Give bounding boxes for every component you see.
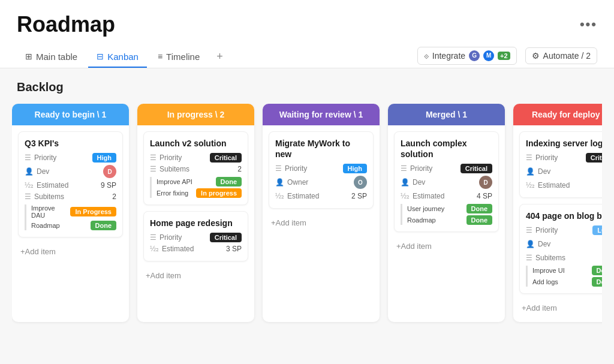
row-label-text: Dev bbox=[37, 167, 49, 176]
row-label-text: Priority bbox=[410, 164, 432, 173]
row-value: Critical bbox=[460, 164, 492, 173]
subitem-name: Improve API bbox=[156, 178, 216, 185]
add-tab-button[interactable]: + bbox=[210, 46, 229, 68]
subitem-row: RoadmapDone bbox=[31, 221, 116, 230]
board-area: Backlog Ready to begin \ 1Q3 KPI's☰Prior… bbox=[0, 68, 614, 364]
card-row: 👤OwnerO bbox=[275, 176, 367, 189]
row-value: Critical bbox=[586, 154, 602, 162]
card-row-label: ☰Priority bbox=[526, 226, 558, 234]
row-icon: ½₂ bbox=[25, 181, 34, 189]
row-label-text: Priority bbox=[159, 233, 182, 242]
row-label-text: Subitems bbox=[535, 254, 565, 262]
card-row: ½₂Estimated9 SP bbox=[25, 181, 116, 189]
card-row: ½₂Estimated4 SP bbox=[401, 192, 492, 200]
card-row: ☰Subitems2 bbox=[25, 192, 116, 201]
card-row-label: ½₂Estimated bbox=[150, 245, 194, 253]
row-icon: ☰ bbox=[25, 154, 31, 162]
card-row: ☰Subitems2 bbox=[526, 254, 602, 262]
integrate-button[interactable]: ⟐ Integrate G M +2 bbox=[417, 47, 517, 65]
row-icon: ☰ bbox=[25, 192, 31, 201]
automate-button[interactable]: ⚙ Automate / 2 bbox=[525, 47, 597, 64]
add-item-waiting-for-review[interactable]: +Add item bbox=[269, 215, 374, 231]
card-row-label: ☰Priority bbox=[275, 164, 307, 173]
row-value: LOW bbox=[592, 226, 602, 234]
tab-timeline[interactable]: ≡ Timeline bbox=[149, 47, 208, 68]
row-icon: 👤 bbox=[526, 167, 535, 176]
card-title: Q3 KPI's bbox=[25, 138, 116, 149]
row-label-text: Subitems bbox=[34, 192, 64, 201]
row-icon: 👤 bbox=[401, 178, 410, 186]
row-icon: ☰ bbox=[150, 233, 156, 242]
card-row-label: ☰Priority bbox=[150, 154, 182, 162]
add-item-in-progress[interactable]: +Add item bbox=[143, 267, 248, 284]
tab-main-table[interactable]: ⊞ Main table bbox=[17, 47, 86, 68]
row-label-text: Dev bbox=[538, 167, 550, 176]
row-icon: 👤 bbox=[25, 167, 34, 176]
integrate-icon: ⟐ bbox=[424, 51, 429, 61]
row-icon: ☰ bbox=[275, 164, 282, 173]
col-body-ready-for-deploy: Indexing server logs☰PriorityCritical👤De… bbox=[513, 125, 602, 322]
subitem-row: RoadmapDone bbox=[407, 215, 492, 225]
subitem-row: User journeyDone bbox=[407, 204, 492, 213]
avatar-g: G bbox=[469, 50, 480, 61]
subitem-row: Error fixingIn progress bbox=[156, 188, 242, 198]
card-row: ☰PriorityHigh bbox=[25, 154, 116, 162]
automate-icon: ⚙ bbox=[532, 51, 540, 61]
tabs-row: ⊞ Main table ⊟ Kanban ≡ Timeline + ⟐ Int… bbox=[17, 46, 597, 68]
subitem-name: Improve DAU bbox=[31, 204, 70, 219]
priority-badge: Critical bbox=[210, 233, 242, 242]
row-value: High bbox=[92, 154, 116, 162]
row-value: D bbox=[479, 176, 492, 189]
subitems-section: Improve UIDoneAdd logsDone bbox=[526, 266, 602, 287]
row-label-text: Estimated bbox=[287, 192, 319, 200]
kanban-col-ready-to-begin: Ready to begin \ 1Q3 KPI's☰PriorityHigh👤… bbox=[12, 104, 129, 322]
row-icon: ☰ bbox=[150, 165, 156, 173]
priority-badge: Critical bbox=[210, 153, 242, 163]
row-value: Critical bbox=[210, 154, 242, 162]
priority-badge: LOW bbox=[592, 225, 602, 235]
card-row-label: 👤Owner bbox=[275, 178, 308, 186]
card-title: Home page redesign bbox=[150, 218, 242, 228]
add-item-merged[interactable]: +Add item bbox=[394, 238, 499, 254]
row-value: D bbox=[103, 165, 116, 178]
card-row-label: ☰Priority bbox=[401, 164, 432, 173]
card-row: ☰PriorityCritical bbox=[526, 154, 602, 162]
card-title: 404 page on blog bug bbox=[526, 210, 602, 221]
col-header-in-progress: In progress \ 2 bbox=[137, 104, 254, 125]
card-row: 👤DevD bbox=[401, 176, 492, 189]
row-label-text: Estimated bbox=[37, 181, 68, 189]
row-label-text: Dev bbox=[413, 178, 425, 186]
card-row-label: 👤Dev bbox=[526, 167, 550, 176]
card-title: Migrate MyWork to new bbox=[275, 138, 367, 160]
tab-kanban[interactable]: ⊟ Kanban bbox=[88, 47, 147, 68]
subitems-section: Improve DAUIn ProgressRoadmapDone bbox=[25, 204, 116, 230]
col-body-waiting-for-review: Migrate MyWork to new☰PriorityHigh👤Owner… bbox=[263, 125, 380, 322]
page-title: Roadmap bbox=[17, 12, 115, 37]
tab-timeline-label: Timeline bbox=[166, 52, 200, 62]
card-ready-to-begin-0: Q3 KPI's☰PriorityHigh👤DevD½₂Estimated9 S… bbox=[18, 131, 123, 237]
card-row: ☰PriorityHigh bbox=[275, 164, 367, 173]
col-body-in-progress: Launch v2 solution☰PriorityCritical☰Subi… bbox=[137, 125, 254, 322]
row-value: 3 SP bbox=[226, 245, 242, 253]
row-value: 9 SP bbox=[101, 181, 116, 189]
avatar-m: M bbox=[483, 50, 494, 61]
card-row-label: ☰Priority bbox=[25, 154, 56, 162]
subitems-section: Improve APIDoneError fixingIn progress bbox=[150, 177, 242, 198]
subitem-name: User journey bbox=[407, 205, 466, 212]
kanban-col-waiting-for-review: Waiting for review \ 1Migrate MyWork to … bbox=[263, 104, 380, 322]
subitems-section: User journeyDoneRoadmapDone bbox=[401, 204, 492, 225]
card-ready-for-deploy-1: 404 page on blog bug☰PriorityLOW👤DevD☰Su… bbox=[519, 204, 602, 294]
subitem-status: In Progress bbox=[70, 207, 116, 216]
card-merged-0: Launch complex solution☰PriorityCritical… bbox=[394, 131, 499, 232]
avatar: D bbox=[479, 176, 492, 189]
more-options-icon[interactable]: ••• bbox=[580, 17, 597, 32]
tabs-left: ⊞ Main table ⊟ Kanban ≡ Timeline + bbox=[17, 46, 229, 68]
card-row: ½₂Estimated3 SP bbox=[150, 245, 242, 253]
priority-badge: Critical bbox=[586, 153, 602, 163]
col-header-merged: Merged \ 1 bbox=[388, 104, 505, 125]
col-header-ready-for-deploy: Ready for deploy \ 2 bbox=[513, 104, 602, 125]
add-item-ready-for-deploy[interactable]: +Add item bbox=[519, 300, 602, 316]
subitem-name: Improve UI bbox=[532, 267, 592, 274]
kanban-col-ready-for-deploy: Ready for deploy \ 2Indexing server logs… bbox=[513, 104, 602, 322]
add-item-ready-to-begin[interactable]: +Add item bbox=[18, 243, 123, 260]
